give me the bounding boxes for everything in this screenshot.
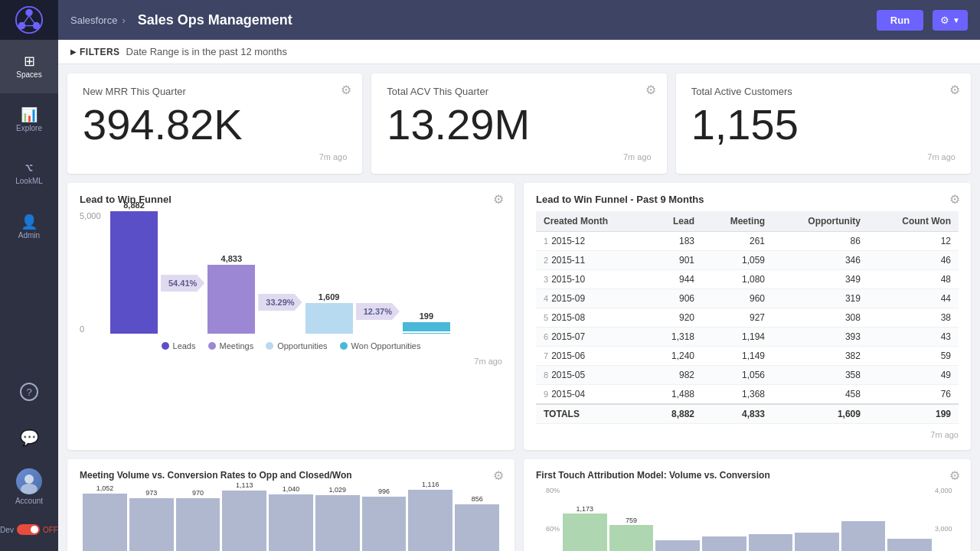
funnel-bar-meetings: 4,833 [207,254,255,334]
kpi-customers-settings-icon[interactable]: ⚙ [949,83,960,97]
cell-month: 32015-10 [536,270,648,289]
bar-rect-1 [129,498,174,551]
bottom-right-chart-title: First Touch Attribution Model: Volume vs… [536,470,959,481]
cell-opportunity: 382 [773,347,868,366]
filter-toggle[interactable]: ▶ FILTERS [70,47,120,57]
sidebar-item-admin[interactable]: 👤 Admin [0,201,58,254]
avatar [16,468,42,494]
sidebar-item-spaces[interactable]: ⊞ Spaces [0,40,58,93]
funnel-arrow-2: 33.29% [258,294,302,334]
cell-lead: 183 [648,232,702,251]
bottom-charts-row: ⚙ Meeting Volume vs. Conversion Rates to… [67,459,971,551]
cell-totals-label: TOTALS [536,404,648,424]
bottom-bar-4: 1,040 34.2% [269,485,313,551]
sidebar: ⊞ Spaces 📊 Explore ⌥ LookML 👤 Admin ? 💬 … [0,0,58,551]
breadcrumb-text: Salesforce [70,15,117,26]
bottom-right-bars: 1,173 69.1% 759 63.9% 53.8% [563,487,932,551]
sidebar-chat[interactable]: 💬 [0,416,58,459]
y-label-80: 80% [546,487,560,494]
funnel-table-settings-icon[interactable]: ⚙ [949,192,960,207]
br-bar-1: 759 63.9% [609,517,654,551]
sidebar-item-explore[interactable]: 📊 Explore [0,93,58,147]
filter-bar: ▶ FILTERS Date Range is in the past 12 m… [58,40,980,64]
funnel-arrow-3: 12.37% [356,303,400,334]
bottom-bar-3: 1,113 36.7% [222,481,266,551]
legend-label-won: Won Opportunities [351,341,421,350]
bar-rect-4 [269,494,313,551]
cell-month: 52015-08 [536,308,648,328]
cell-opportunity: 349 [773,270,868,289]
bottom-left-settings-icon[interactable]: ⚙ [493,468,504,483]
breadcrumb: Salesforce › [70,15,126,26]
y-label-60: 60% [546,525,560,533]
legend-leads: Leads [162,341,196,350]
bottom-bar-5: 1,029 32.4% [315,486,360,551]
r-axis: 4,000 3,000 2,000 [932,487,959,551]
bottom-right-settings-icon[interactable]: ⚙ [949,468,960,483]
toggle-dot [31,526,38,533]
legend-label-meetings: Meetings [220,341,254,350]
cell-month: 82015-05 [536,366,648,385]
table-row: 12015-12 183 261 86 12 [536,232,959,251]
bottom-bar-1: 973 42.8% [129,489,174,551]
toggle-pill[interactable] [17,524,40,535]
cell-meeting: 1,149 [702,347,773,366]
svg-point-8 [21,484,38,494]
cell-meeting: 927 [702,308,773,328]
help-icon: ? [20,383,38,401]
cell-count-won: 48 [868,270,959,289]
cell-opportunity: 86 [773,232,868,251]
r-label-4000: 4,000 [935,487,952,494]
col-lead: Lead [648,211,702,232]
bar-val-4: 1,040 [283,485,300,493]
cell-lead: 1,318 [648,328,702,347]
bar-rect-5 [315,495,360,551]
cell-month: 42015-09 [536,289,648,308]
lookml-icon: ⌥ [25,162,33,174]
cell-count-won: 76 [868,385,959,405]
settings-button[interactable]: ⚙ ▼ [933,10,968,31]
cell-opportunity: 458 [773,385,868,405]
table-totals-row: TOTALS 8,882 4,833 1,609 199 [536,404,959,424]
svg-point-1 [25,9,33,17]
svg-line-5 [29,15,34,23]
kpi-mrr-settings-icon[interactable]: ⚙ [341,83,351,97]
cell-count-won: 38 [868,308,959,328]
sidebar-item-lookml-label: LookML [15,178,43,185]
table-row: 62015-07 1,318 1,194 393 43 [536,328,959,347]
sidebar-item-account[interactable]: Account [0,462,58,511]
dev-toggle[interactable]: Dev OFF [0,514,58,545]
table-row: 42015-09 906 960 319 44 [536,289,959,308]
cell-totals-meeting: 4,833 [702,404,773,424]
table-row: 82015-05 982 1,056 358 49 [536,366,959,385]
cell-count-won: 59 [868,347,959,366]
br-bar-5: 64% [795,533,839,551]
funnel-bar-won: 199 [403,311,450,334]
topbar: Salesforce › Sales Ops Management Run ⚙ … [58,0,980,40]
col-meeting: Meeting [702,211,773,232]
gear-icon: ⚙ [940,15,949,26]
run-button[interactable]: Run [877,10,923,31]
funnel-table-timestamp: 7m ago [536,430,959,439]
funnel-chart-timestamp: 7m ago [80,357,502,366]
funnel-chart-settings-icon[interactable]: ⚙ [493,192,504,207]
y-label-5000: 5,000 [80,211,106,220]
bar-rect-6 [362,497,407,551]
bar-val-0: 1,052 [96,484,114,492]
sidebar-help[interactable]: ? [0,370,58,413]
arrow-label-3: 12.37% [356,303,400,320]
bar-meetings [207,265,255,334]
svg-line-4 [24,15,29,23]
cell-opportunity: 319 [773,289,868,308]
table-row: 22015-11 901 1,059 346 46 [536,251,959,270]
bar-label-leads: 8,882 [123,201,145,210]
account-label: Account [15,497,43,505]
bottom-bar-2: 970 43.4% [176,489,220,551]
cell-totals-count-won: 199 [868,404,959,424]
kpi-customers-timestamp: 7m ago [691,152,956,161]
bar-val-6: 996 [378,487,390,495]
br-bar-4: 64.2% [749,534,793,551]
sidebar-item-lookml[interactable]: ⌥ LookML [0,147,58,201]
kpi-acv-settings-icon[interactable]: ⚙ [645,83,656,97]
dashboard: New MRR This Quarter 394.82K 7m ago ⚙ To… [58,64,980,551]
